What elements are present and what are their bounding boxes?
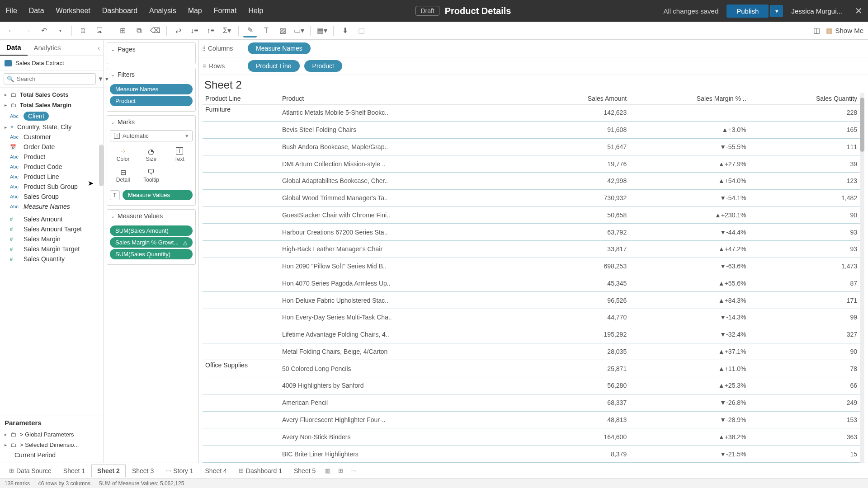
mark-detail[interactable]: ⊟Detail xyxy=(109,165,137,186)
field-product[interactable]: AbcProduct xyxy=(0,152,104,162)
format-icon[interactable]: ▨ xyxy=(276,24,289,38)
folder-total-sales-costs[interactable]: ▸ 🗀 Total Sales Costs xyxy=(0,89,104,100)
field-order-date[interactable]: 📅Order Date xyxy=(0,142,104,152)
table-row[interactable]: BIC Brite Liner Highlighters8,379▼-21.5%… xyxy=(203,446,860,463)
table-row[interactable]: Global Wood Trimmed Manager's Ta..730,93… xyxy=(203,189,860,206)
field-product-line[interactable]: AbcProduct Line xyxy=(0,172,104,182)
sheet-title[interactable]: Sheet 2 xyxy=(199,75,868,93)
table-row[interactable]: GuestStacker Chair with Chrome Fini..50,… xyxy=(203,206,860,224)
marks-type-dropdown[interactable]: 🅃 Automatic ▾ xyxy=(110,130,193,141)
undo-dropdown-icon[interactable]: ▾ xyxy=(53,24,67,38)
folder-total-sales-margin[interactable]: ▸ 🗀 Total Sales Margin xyxy=(0,100,104,110)
text-pill-measure-values[interactable]: Measure Values xyxy=(123,190,193,200)
mark-size[interactable]: ◔Size xyxy=(137,144,165,165)
mark-tooltip[interactable]: 🗨Tooltip xyxy=(137,165,165,186)
table-row[interactable]: Hon Every-Day Series Multi-Task Cha..44,… xyxy=(203,309,860,326)
columns-pill-measure-names[interactable]: Measure Names xyxy=(248,42,311,54)
tab-data[interactable]: Data xyxy=(0,40,28,56)
param-global-parameters[interactable]: ▸🗀> Global Parameters xyxy=(0,429,104,440)
duplicate-icon[interactable]: ⧉ xyxy=(132,24,146,38)
cards-icon[interactable]: ▤▾ xyxy=(315,24,329,38)
highlight-icon[interactable]: ✎ xyxy=(243,24,257,38)
rows-shelf[interactable]: ≡Rows Product Line Product xyxy=(199,57,868,75)
caret-icon[interactable]: ⌄ xyxy=(111,119,115,125)
field-measure-names[interactable]: AbcMeasure Names xyxy=(0,202,104,211)
table-row[interactable]: Global Adaptabilites Bookcase, Cher..42,… xyxy=(203,173,860,190)
menu-analysis[interactable]: Analysis xyxy=(149,7,176,15)
user-menu[interactable]: Jessica Murgui... xyxy=(791,7,842,15)
data-guide-icon[interactable]: ◫ xyxy=(810,24,823,38)
menu-help[interactable]: Help xyxy=(248,7,263,15)
clear-icon[interactable]: ⌫ xyxy=(148,24,162,38)
table-row[interactable]: American Pencil68,337▼-26.8%249 xyxy=(203,394,860,411)
mark-text[interactable]: 🅃Text xyxy=(165,144,193,165)
menu-data[interactable]: Data xyxy=(29,7,44,15)
field-product-code[interactable]: AbcProduct Code xyxy=(0,162,104,172)
new-datasource-icon[interactable]: 🗎 xyxy=(76,24,90,38)
mvalue-pill-sales-margin-growth[interactable]: Sales Margin % Growt...△ xyxy=(110,237,193,248)
table-row[interactable]: High-Back Leather Manager's Chair33,817▲… xyxy=(203,241,860,258)
filter-pill-measure-names[interactable]: Measure Names xyxy=(110,84,193,94)
vertical-scrollbar[interactable] xyxy=(860,93,864,463)
save-icon[interactable]: 🖫 xyxy=(93,24,106,38)
table-row[interactable]: Office Supplies50 Colored Long Pencils25… xyxy=(203,360,860,377)
col-product[interactable]: Product xyxy=(279,93,519,104)
fields-menu-icon[interactable]: ▾ xyxy=(105,74,108,84)
tab-sheet4[interactable]: Sheet 4 xyxy=(200,465,232,477)
field-customer[interactable]: AbcCustomer xyxy=(0,132,104,142)
new-dashboard-tab-icon[interactable]: ⊞ xyxy=(335,465,346,477)
field-product-sub-group[interactable]: AbcProduct Sub Group xyxy=(0,182,104,192)
table-row[interactable]: Metal Folding Chairs, Beige, 4/Carton28,… xyxy=(203,343,860,360)
caret-icon[interactable]: ⌄ xyxy=(111,47,115,52)
field-sales-group[interactable]: AbcSales Group xyxy=(0,192,104,202)
filter-pill-product[interactable]: Product xyxy=(110,96,193,106)
tab-dashboard1[interactable]: ⊞Dashboard 1 xyxy=(233,465,288,477)
back-icon[interactable]: ← xyxy=(5,24,18,38)
resize-handle[interactable] xyxy=(99,145,104,186)
mvalue-pill-sum-sales-quantity[interactable]: SUM(Sales Quantity) xyxy=(110,249,193,259)
datasource-row[interactable]: Sales Data Extract xyxy=(0,56,104,70)
show-me-button[interactable]: ▦ Show Me xyxy=(826,27,863,35)
collapse-pane-icon[interactable]: ‹ xyxy=(98,44,104,52)
field-sales-quantity[interactable]: #Sales Quantity xyxy=(0,254,104,264)
param-selected-dimensions[interactable]: ▸🗀> Selected Dimensio... xyxy=(0,440,104,450)
field-sales-amount[interactable]: #Sales Amount xyxy=(0,214,104,224)
menu-worksheet[interactable]: Worksheet xyxy=(56,7,90,15)
field-sales-amount-target[interactable]: #Sales Amount Target xyxy=(0,224,104,234)
undo-icon[interactable]: ↶ xyxy=(37,24,51,38)
menu-dashboard[interactable]: Dashboard xyxy=(102,7,137,15)
menu-format[interactable]: Format xyxy=(214,7,237,15)
tab-sheet1[interactable]: Sheet 1 xyxy=(58,465,90,477)
mark-color[interactable]: ⁘Color xyxy=(109,144,137,165)
param-current-period[interactable]: Current Period xyxy=(0,450,104,460)
tab-sheet3[interactable]: Sheet 3 xyxy=(127,465,159,477)
col-sales-amount[interactable]: Sales Amount xyxy=(519,93,629,104)
tab-sheet2[interactable]: Sheet 2 xyxy=(91,464,126,477)
tab-sheet5[interactable]: Sheet 5 xyxy=(288,465,321,477)
columns-shelf[interactable]: ⦙⦙Columns Measure Names xyxy=(199,40,868,57)
swap-icon[interactable]: ⇄ xyxy=(171,24,185,38)
table-row[interactable]: FurnitureAtlantic Metals Mobile 5-Shelf … xyxy=(203,104,860,122)
publish-dropdown[interactable]: ▾ xyxy=(770,5,783,17)
table-row[interactable]: Hon 4070 Series Pagoda Armless Up..45,34… xyxy=(203,275,860,292)
search-input[interactable]: 🔍 xyxy=(4,73,96,84)
menu-file[interactable]: File xyxy=(5,7,17,15)
table-row[interactable]: 4009 Highlighters by Sanford56,280▲+25.3… xyxy=(203,377,860,394)
col-sales-quantity[interactable]: Sales Quantity xyxy=(749,93,860,104)
new-story-tab-icon[interactable]: ▭ xyxy=(347,465,359,477)
rows-pill-product-line[interactable]: Product Line xyxy=(248,60,300,72)
rows-pill-product[interactable]: Product xyxy=(304,60,342,72)
table-row[interactable]: Bush Andora Bookcase, Maple/Grap..51,647… xyxy=(203,138,860,155)
tab-analytics[interactable]: Analytics xyxy=(28,40,67,55)
mvalue-pill-sum-sales-amount[interactable]: SUM(Sales Amount) xyxy=(110,225,193,236)
tab-story1[interactable]: ▭Story 1 xyxy=(160,465,198,477)
caret-icon[interactable]: ⌄ xyxy=(111,213,115,219)
label-icon[interactable]: T xyxy=(259,24,273,38)
forward-icon[interactable]: → xyxy=(21,24,34,38)
col-sales-margin[interactable]: Sales Margin % .. xyxy=(629,93,749,104)
new-worksheet-icon[interactable]: ⊞ xyxy=(116,24,129,38)
field-sales-margin-target[interactable]: #Sales Margin Target xyxy=(0,244,104,254)
table-row[interactable]: Harbour Creations 67200 Series Sta..63,7… xyxy=(203,224,860,241)
table-row[interactable]: Avery Non-Stick Binders164,600▲+38.2%363 xyxy=(203,428,860,446)
totals-icon[interactable]: Σ▾ xyxy=(220,24,234,38)
